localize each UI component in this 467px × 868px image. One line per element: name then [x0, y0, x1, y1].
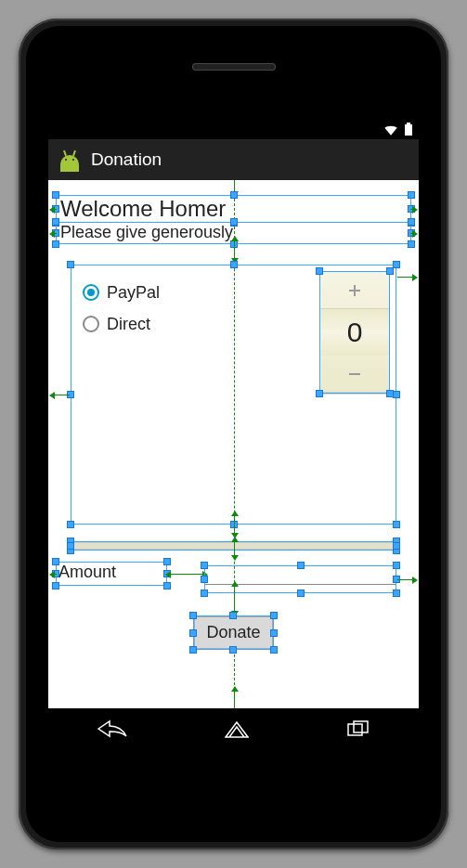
- constraint-arrow: [397, 277, 412, 278]
- constraint-arrow: [397, 579, 412, 580]
- radiogroup[interactable]: PayPal Direct 0: [71, 265, 396, 525]
- constraint-arrow: [234, 241, 235, 258]
- app-icon: [58, 148, 82, 172]
- constraint-arrow: [234, 542, 235, 555]
- constraint-arrow: [55, 233, 57, 234]
- constraint-arrow: [410, 209, 412, 210]
- constraint-arrow: [410, 233, 412, 234]
- layout-editor-surface[interactable]: Welcome Homer Please give generously: [48, 180, 419, 708]
- donate-button[interactable]: Donate: [194, 616, 272, 649]
- constraint-arrow: [234, 180, 235, 191]
- home-icon[interactable]: [225, 719, 249, 738]
- constraint-arrow: [171, 574, 202, 575]
- action-bar: Donation: [48, 139, 419, 180]
- constraint-arrow: [55, 574, 57, 575]
- radio-direct-label: Direct: [107, 315, 150, 334]
- plus-icon: [346, 282, 363, 299]
- number-picker[interactable]: 0: [319, 271, 390, 394]
- constraint-arrow: [234, 587, 235, 611]
- svg-rect-1: [407, 123, 410, 124]
- amount-label-text: Amount: [57, 563, 166, 582]
- svg-rect-2: [348, 724, 362, 735]
- svg-rect-3: [354, 721, 368, 732]
- constraint-arrow: [55, 209, 57, 210]
- phone-frame: Donation Welcome Homer: [19, 19, 448, 849]
- donate-button-wrapper[interactable]: Donate: [193, 615, 273, 650]
- svg-rect-0: [405, 124, 412, 136]
- screen: Donation Welcome Homer: [48, 119, 419, 749]
- minus-icon: [346, 366, 363, 382]
- wifi-icon: [383, 123, 398, 136]
- recents-icon[interactable]: [346, 719, 370, 738]
- amount-label-textview[interactable]: Amount: [56, 562, 167, 586]
- app-title: Donation: [91, 149, 162, 170]
- status-bar: [48, 119, 419, 139]
- constraint-arrow: [234, 516, 235, 533]
- back-icon[interactable]: [97, 719, 128, 738]
- number-picker-decrement[interactable]: [320, 356, 389, 393]
- battery-icon: [404, 123, 413, 136]
- earpiece: [192, 63, 276, 71]
- number-picker-value[interactable]: 0: [320, 309, 389, 356]
- phone-frame-inner: Donation Welcome Homer: [26, 26, 441, 842]
- navigation-bar: [48, 708, 419, 749]
- radio-button-icon[interactable]: [83, 316, 99, 332]
- number-picker-increment[interactable]: [320, 272, 389, 309]
- radio-paypal-label: PayPal: [107, 283, 160, 303]
- radio-button-icon[interactable]: [83, 284, 99, 301]
- constraint-arrow: [55, 395, 70, 395]
- constraint-arrow: [234, 692, 235, 708]
